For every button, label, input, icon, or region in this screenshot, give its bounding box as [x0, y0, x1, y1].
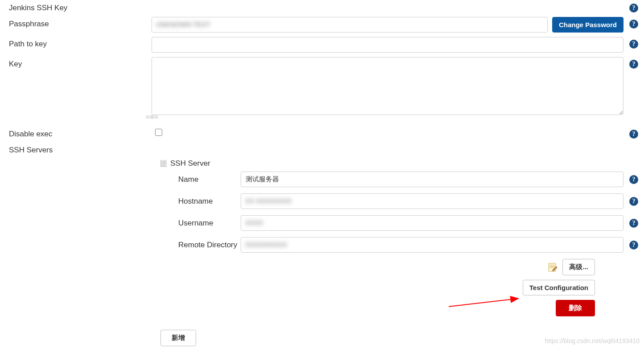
- passphrase-input[interactable]: [152, 17, 548, 33]
- passphrase-label: Passphrase: [0, 17, 152, 29]
- ssh-hostname-label: Hostname: [160, 197, 241, 206]
- ssh-servers-label: SSH Servers: [0, 143, 152, 155]
- ssh-hostname-input[interactable]: [241, 193, 623, 209]
- key-textarea[interactable]: [152, 57, 623, 115]
- key-label: Key: [0, 57, 152, 69]
- notepad-icon: [547, 262, 558, 273]
- help-icon[interactable]: ?: [629, 130, 638, 139]
- help-icon[interactable]: ?: [629, 4, 638, 12]
- jenkins-ssh-key-title: Jenkins SSH Key: [0, 1, 152, 12]
- ssh-username-input[interactable]: [241, 215, 623, 231]
- ssh-name-label: Name: [160, 175, 241, 184]
- add-button[interactable]: 新增: [160, 330, 196, 346]
- ssh-remote-dir-label: Remote Directory: [160, 241, 241, 250]
- help-icon[interactable]: ?: [629, 40, 638, 49]
- change-password-button[interactable]: Change Password: [552, 17, 623, 33]
- help-icon[interactable]: ?: [629, 197, 638, 206]
- path-to-key-input[interactable]: [152, 37, 623, 53]
- help-icon[interactable]: ?: [629, 175, 638, 184]
- test-configuration-button[interactable]: Test Configuration: [523, 280, 595, 295]
- path-to-key-label: Path to key: [0, 37, 152, 49]
- ssh-name-input[interactable]: [241, 172, 623, 187]
- drag-handle-icon[interactable]: [160, 160, 167, 167]
- ssh-remote-dir-input[interactable]: [241, 237, 623, 253]
- advanced-button[interactable]: 高级...: [562, 259, 595, 275]
- disable-exec-checkbox[interactable]: [155, 129, 162, 136]
- help-icon[interactable]: ?: [629, 241, 638, 250]
- ssh-server-header: SSH Server: [170, 159, 210, 168]
- svg-rect-0: [549, 263, 556, 271]
- help-icon[interactable]: ?: [629, 219, 638, 228]
- watermark-text: https://blog.csdn.net/wql04193410: [545, 337, 640, 344]
- resize-handle[interactable]: [152, 115, 152, 119]
- help-icon[interactable]: ?: [629, 20, 638, 29]
- disable-exec-label: Disable exec: [0, 127, 152, 139]
- ssh-username-label: Username: [160, 219, 241, 228]
- delete-button[interactable]: 删除: [556, 300, 595, 316]
- help-icon[interactable]: ?: [629, 60, 638, 69]
